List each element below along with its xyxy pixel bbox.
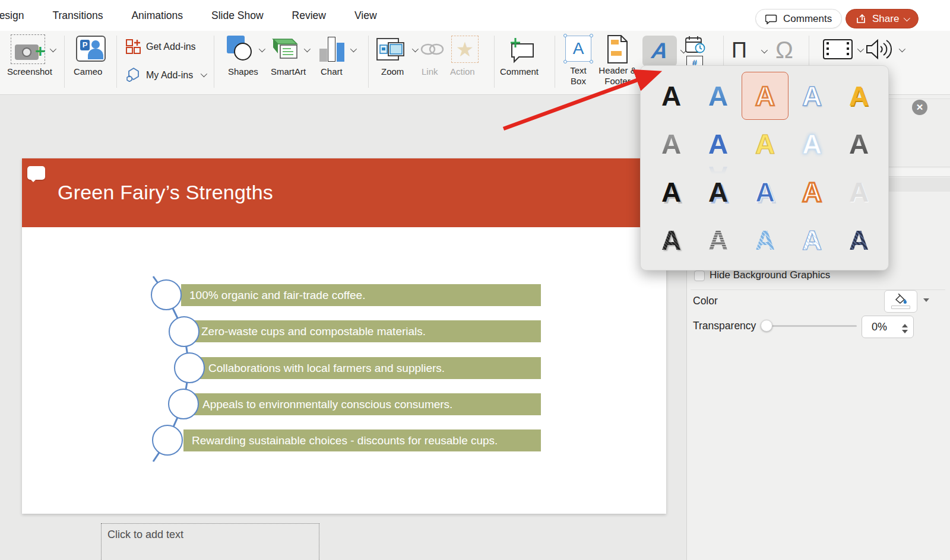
transparency-slider[interactable]	[764, 325, 857, 327]
menu-tabs: Design Transitions Animations Slide Show…	[0, 0, 377, 31]
share-label: Share	[872, 13, 899, 25]
header-footer-label[interactable]: Header &Footer	[594, 65, 641, 87]
hide-background-checkbox[interactable]	[694, 271, 705, 281]
share-icon	[856, 14, 867, 24]
wordart-style-5[interactable]: A	[835, 72, 882, 120]
text-box-label[interactable]: TextBox	[560, 65, 596, 87]
cameo-icon[interactable]: P	[76, 36, 106, 62]
comments-button[interactable]: Comments	[755, 9, 842, 28]
get-addins-label[interactable]: Get Add-ins	[146, 42, 196, 52]
wordart-style-1[interactable]: A	[648, 72, 695, 120]
date-time-icon[interactable]	[685, 36, 705, 56]
wordart-style-7[interactable]: A	[695, 120, 742, 168]
wordart-style-8[interactable]: A	[742, 120, 788, 168]
share-button[interactable]: Share	[846, 9, 919, 28]
smartart-label[interactable]: SmartArt	[271, 66, 306, 77]
wordart-style-17[interactable]: A	[695, 216, 742, 264]
list-item[interactable]: Appeals to environmentally conscious con…	[194, 393, 541, 415]
wordart-style-2[interactable]: A	[695, 72, 742, 120]
wordart-style-13[interactable]: A	[742, 168, 788, 216]
action-icon: ★	[451, 36, 479, 63]
my-addins-icon[interactable]	[126, 66, 141, 84]
list-item[interactable]: Zero-waste cups and compostable material…	[193, 320, 541, 342]
fill-color-button[interactable]	[884, 290, 917, 313]
shapes-chevron-icon[interactable]	[259, 46, 265, 52]
wordart-style-19[interactable]: A	[788, 216, 835, 264]
slide[interactable]: Green Fairy’s Strengths 100% organic and…	[22, 158, 666, 514]
wordart-button[interactable]: A	[642, 36, 677, 66]
current-color-swatch	[891, 306, 910, 309]
action-label: Action	[450, 66, 475, 77]
my-addins-label[interactable]: My Add-ins	[146, 70, 193, 81]
wordart-icon: A	[650, 39, 670, 63]
equation-icon[interactable]: Π	[732, 38, 747, 63]
tab-view[interactable]: View	[354, 9, 377, 22]
smartart-circle[interactable]	[174, 352, 205, 383]
wordart-style-14[interactable]: A	[788, 168, 835, 216]
tab-animations[interactable]: Animations	[131, 9, 183, 22]
get-addins-icon[interactable]	[126, 39, 140, 53]
transparency-slider-thumb[interactable]	[761, 320, 772, 332]
wordart-style-11[interactable]: A	[648, 168, 695, 216]
tab-transitions[interactable]: Transitions	[52, 9, 103, 22]
text-box-icon[interactable]: A	[565, 36, 591, 62]
fill-color-chevron-icon[interactable]	[923, 298, 929, 305]
tab-design[interactable]: Design	[0, 9, 24, 22]
screenshot-icon[interactable]: +	[11, 34, 45, 64]
smartart-chevron-icon[interactable]	[304, 46, 311, 52]
chart-icon[interactable]	[319, 36, 346, 63]
wordart-style-20[interactable]: A	[835, 216, 882, 264]
transparency-label: Transparency	[693, 320, 756, 332]
wordart-style-10[interactable]: A	[835, 120, 882, 168]
wordart-style-3-selected[interactable]: A	[742, 72, 788, 120]
video-chevron-icon[interactable]	[857, 46, 864, 52]
link-icon	[419, 39, 445, 62]
audio-icon[interactable]	[866, 38, 893, 63]
share-chevron-icon	[904, 14, 910, 21]
link-label: Link	[422, 66, 438, 77]
wordart-style-4[interactable]: A	[788, 72, 835, 120]
comment-label[interactable]: Comment	[500, 66, 539, 77]
chart-label[interactable]: Chart	[321, 66, 343, 77]
list-item[interactable]: Collaborations with local farmers and su…	[200, 357, 541, 379]
panel-close-button[interactable]: ✕	[912, 100, 927, 115]
list-item[interactable]: 100% organic and fair-trade coffee.	[181, 284, 541, 306]
smartart-circle[interactable]	[151, 279, 182, 310]
equation-chevron-icon[interactable]	[761, 47, 768, 53]
wordart-style-16[interactable]: A	[648, 216, 695, 264]
wordart-style-12[interactable]: A	[695, 168, 742, 216]
hide-background-label: Hide Background Graphics	[710, 269, 830, 281]
comment-bubble-icon	[765, 14, 778, 24]
symbol-icon: Ω	[775, 37, 793, 63]
body-text-placeholder[interactable]: Click to add text	[101, 523, 319, 560]
transparency-step-down-icon[interactable]	[902, 330, 908, 336]
screenshot-chevron-icon[interactable]	[50, 46, 56, 52]
zoom-chevron-icon[interactable]	[412, 46, 419, 52]
smartart-circle[interactable]	[169, 316, 200, 347]
smartart-icon[interactable]	[272, 36, 299, 65]
tab-slide-show[interactable]: Slide Show	[211, 9, 264, 22]
shapes-icon[interactable]	[227, 36, 254, 63]
shapes-label[interactable]: Shapes	[228, 66, 258, 77]
screenshot-label[interactable]: Screenshot	[7, 66, 52, 77]
paint-bucket-icon	[894, 294, 908, 304]
zoom-icon[interactable]	[376, 38, 407, 64]
header-footer-icon[interactable]	[606, 34, 629, 66]
slide-canvas: Green Fairy’s Strengths 100% organic and…	[0, 95, 686, 560]
smartart-circle[interactable]	[168, 389, 199, 419]
add-comment-icon[interactable]	[506, 37, 537, 66]
wordart-style-15[interactable]: A	[835, 168, 882, 216]
transparency-step-up-icon[interactable]	[902, 321, 908, 327]
tab-review[interactable]: Review	[292, 9, 326, 22]
video-icon[interactable]	[823, 39, 853, 62]
wordart-style-18[interactable]: A	[742, 216, 788, 264]
my-addins-chevron-icon[interactable]	[201, 71, 207, 77]
wordart-style-9[interactable]: A	[788, 120, 835, 168]
cameo-label[interactable]: Cameo	[74, 66, 102, 77]
wordart-style-6[interactable]: A	[648, 120, 695, 168]
smartart-circle[interactable]	[152, 425, 183, 456]
list-item[interactable]: Rewarding sustainable choices - discount…	[183, 429, 541, 451]
zoom-label[interactable]: Zoom	[381, 66, 404, 77]
audio-chevron-icon[interactable]	[899, 46, 905, 52]
chart-chevron-icon[interactable]	[350, 46, 357, 52]
